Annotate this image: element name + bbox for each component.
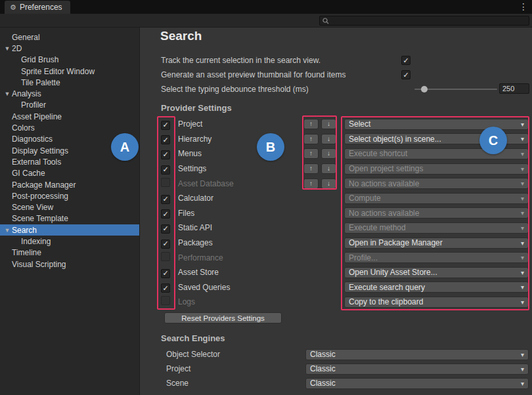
provider-row-calculator: ✓CalculatorCompute▾ <box>161 191 529 206</box>
sidebar-item-colors[interactable]: Colors <box>0 122 139 133</box>
provider-checkbox[interactable]: ✓ <box>161 239 170 249</box>
engine-rows: Object SelectorClassic▾ProjectClassic▾Sc… <box>161 347 529 390</box>
sidebar-item-label: 2D <box>12 44 22 53</box>
sidebar-item-2d[interactable]: ▼2D <box>0 43 139 54</box>
kebab-menu-icon[interactable]: ⋮ <box>519 1 528 12</box>
default-action-dropdown[interactable]: Open project settings▾ <box>344 163 529 175</box>
sidebar-item-tile-palette[interactable]: Tile Palette <box>0 77 139 88</box>
reset-providers-button[interactable]: Reset Providers Settings <box>164 312 282 323</box>
setting-label: Select the typing debounce threshold (ms… <box>161 85 309 94</box>
engine-row-project: ProjectClassic▾ <box>161 362 529 376</box>
provider-checkbox[interactable]: ✓ <box>161 283 170 293</box>
sidebar-item-indexing[interactable]: Indexing <box>0 236 139 247</box>
provider-name: Packages <box>178 238 303 247</box>
sidebar-item-scene-template[interactable]: Scene Template <box>0 213 139 224</box>
move-up-button[interactable]: ↑ <box>303 119 319 129</box>
sidebar-item-label: Package Manager <box>12 180 76 190</box>
move-down-button[interactable]: ↓ <box>321 178 336 189</box>
provider-checkbox[interactable]: ✓ <box>161 195 170 204</box>
dropdown-value: No actions available <box>349 209 518 218</box>
provider-name: Asset Database <box>178 179 303 188</box>
default-action-dropdown[interactable]: Open Unity Asset Store...▾ <box>344 267 529 278</box>
dropdown-value: Open Unity Asset Store... <box>349 268 518 277</box>
move-up-button[interactable]: ↑ <box>303 148 319 159</box>
foldout-arrow-icon[interactable]: ▼ <box>3 45 12 52</box>
preferences-tab[interactable]: ⚙ Preferences <box>5 1 70 14</box>
move-down-button[interactable]: ↓ <box>321 163 336 174</box>
provider-checkbox[interactable]: ✓ <box>161 165 170 175</box>
engine-label: Object Selector <box>161 350 305 359</box>
search-input[interactable] <box>331 17 526 25</box>
dropdown-value: Open project settings <box>349 164 518 173</box>
provider-row-hierarchy: ✓Hierarchy↑↓Select object(s) in scene...… <box>161 132 529 147</box>
move-down-button[interactable]: ↓ <box>321 119 336 129</box>
search-engines-title: Search Engines <box>161 333 225 343</box>
sidebar-item-search[interactable]: ▼Search <box>0 224 139 236</box>
provider-checkbox[interactable]: ✓ <box>161 150 170 159</box>
engine-dropdown[interactable]: Classic▾ <box>305 364 529 375</box>
dropdown-value: No actions available <box>349 179 518 188</box>
provider-checkbox[interactable]: ✓ <box>161 224 170 234</box>
sidebar-item-label: Grid Brush <box>21 55 58 64</box>
sidebar-item-gi-cache[interactable]: GI Cache <box>0 168 139 179</box>
default-action-dropdown[interactable]: No actions available▾ <box>344 207 529 218</box>
sidebar-item-label: Display Settings <box>12 146 68 156</box>
move-down-button[interactable]: ↓ <box>321 134 336 144</box>
engine-dropdown[interactable]: Classic▾ <box>305 349 529 360</box>
sidebar-item-grid-brush[interactable]: Grid Brush <box>0 54 139 66</box>
setting-label: Track the current selection in the searc… <box>161 56 321 65</box>
default-action-dropdown[interactable]: Open in Package Manager▾ <box>344 238 529 249</box>
sidebar-item-asset-pipeline[interactable]: Asset Pipeline <box>0 111 139 122</box>
sidebar-item-post-processing[interactable]: Post-processing <box>0 190 139 201</box>
sidebar-item-sprite-editor-window[interactable]: Sprite Editor Window <box>0 66 139 77</box>
chevron-down-icon: ▾ <box>521 209 524 217</box>
provider-checkbox[interactable] <box>161 252 170 261</box>
sidebar-item-profiler[interactable]: Profiler <box>0 100 139 111</box>
default-action-dropdown[interactable]: Profile...▾ <box>344 252 529 263</box>
provider-checkbox[interactable]: ✓ <box>161 269 170 278</box>
sidebar-item-scene-view[interactable]: Scene View <box>0 201 139 213</box>
move-down-button[interactable]: ↓ <box>321 148 336 159</box>
default-action-dropdown[interactable]: Execute method▾ <box>344 222 529 234</box>
default-action-dropdown[interactable]: Copy to the clipboard▾ <box>344 297 529 308</box>
provider-checkbox[interactable] <box>161 178 170 187</box>
provider-checkbox-cell: ✓ <box>161 281 178 293</box>
setting-checkbox[interactable]: ✓ <box>401 56 410 65</box>
dropdown-value: Classic <box>310 379 518 388</box>
search-field[interactable] <box>319 16 529 26</box>
sidebar-item-timeline[interactable]: Timeline <box>0 247 139 259</box>
default-action-dropdown[interactable]: Compute▾ <box>344 193 529 204</box>
move-up-button[interactable]: ↑ <box>303 178 319 189</box>
sidebar-item-analysis[interactable]: ▼Analysis <box>0 88 139 99</box>
chevron-down-icon: ▾ <box>521 283 524 291</box>
annotation-circle-b: B <box>257 133 284 161</box>
engine-dropdown[interactable]: Classic▾ <box>305 378 529 389</box>
provider-checkbox[interactable] <box>161 296 170 305</box>
sidebar-item-visual-scripting[interactable]: Visual Scripting <box>0 259 139 270</box>
provider-name: Settings <box>178 164 303 173</box>
chevron-down-icon: ▾ <box>521 135 524 142</box>
foldout-arrow-icon[interactable]: ▼ <box>3 227 12 234</box>
sidebar-item-package-manager[interactable]: Package Manager <box>0 179 139 190</box>
dropdown-value: Copy to the clipboard <box>349 297 518 306</box>
foldout-arrow-icon[interactable]: ▼ <box>3 91 12 97</box>
move-up-button[interactable]: ↑ <box>303 134 319 144</box>
default-action-dropdown[interactable]: Select▾ <box>344 119 529 130</box>
default-action-dropdown[interactable]: Execute search query▾ <box>344 281 529 293</box>
move-up-button[interactable]: ↑ <box>303 163 319 174</box>
provider-row-saved-queries: ✓Saved QueriesExecute search query▾ <box>161 280 529 295</box>
provider-name: Hierarchy <box>178 135 303 144</box>
default-action-dropdown[interactable]: No actions available▾ <box>344 178 529 189</box>
provider-checkbox[interactable]: ✓ <box>161 209 170 218</box>
sidebar-item-label: Sprite Editor Window <box>21 67 95 76</box>
chevron-down-icon: ▾ <box>521 365 524 373</box>
provider-checkbox[interactable]: ✓ <box>161 135 170 144</box>
debounce-slider[interactable] <box>414 89 497 90</box>
provider-name: Project <box>178 119 303 129</box>
setting-checkbox[interactable]: ✓ <box>401 70 410 79</box>
provider-checkbox[interactable]: ✓ <box>161 121 170 130</box>
sidebar-item-general[interactable]: General <box>0 31 139 43</box>
chevron-down-icon: ▾ <box>521 121 524 128</box>
debounce-value-field[interactable] <box>499 83 529 94</box>
provider-row-performance: PerformanceProfile...▾ <box>161 250 529 265</box>
